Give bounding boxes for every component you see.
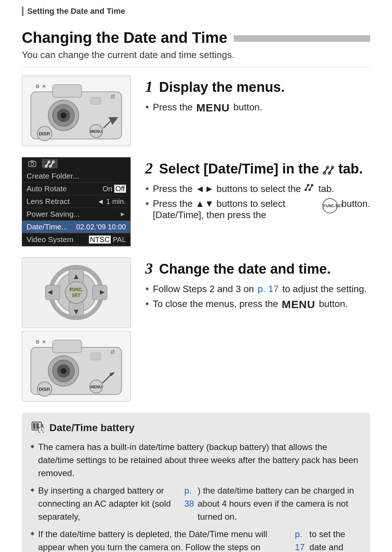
step-2-bullets: Press the ◄► buttons to select the t (145, 183, 370, 221)
note-bullet-3: If the date/time battery is depleted, th… (30, 528, 362, 552)
step-3-images: ▲ ▼ ◄ ► FUNC. SET (22, 257, 134, 402)
link-p38: p. 38 (184, 484, 194, 510)
note-bullet-2: By inserting a charged battery or connec… (30, 484, 362, 523)
step-2-number: 2 (145, 160, 153, 177)
menu-screenshot: Create Folder... Auto Rotate On Off Lens… (22, 157, 131, 246)
svg-text:◄: ◄ (46, 287, 54, 297)
svg-text:☀: ☀ (42, 83, 46, 89)
wrench-icon-inline-1 (305, 183, 315, 191)
step-3-row: ▲ ▼ ◄ ► FUNC. SET (22, 257, 370, 402)
svg-text:MENU: MENU (90, 129, 102, 134)
battery-svg-icon (30, 419, 44, 433)
menu-tab-camera (25, 159, 40, 168)
dpad-illustration: ▲ ▼ ◄ ► FUNC. SET (22, 257, 131, 328)
camera-svg-1: DISP. MENU ⚙ ☀ Ø (24, 77, 129, 144)
svg-point-48 (71, 288, 82, 297)
step-3-heading: Change the date and time. (159, 261, 331, 277)
link-p17-1: p. 17 (258, 283, 279, 295)
link-p17-2: p. 17 (295, 528, 306, 552)
step-2-heading-block: 2 Select [Date/Time] in the (145, 161, 370, 177)
step-3-number: 3 (145, 260, 153, 277)
camera-illustration-1: DISP. MENU ⚙ ☀ Ø (22, 75, 131, 146)
step-3-text: 3 Change the date and time. Follow Steps… (145, 257, 370, 314)
svg-text:►: ► (98, 287, 106, 297)
svg-text:DISP.: DISP. (39, 387, 50, 392)
menu-tab-settings (42, 159, 58, 168)
svg-line-17 (46, 162, 49, 166)
main-content: Changing the Date and Time You can chang… (0, 18, 392, 552)
step-1-number: 1 (145, 78, 153, 95)
wrench-tab-icon (45, 160, 55, 168)
menu-row-create-folder: Create Folder... (22, 170, 130, 183)
page-subtitle: You can change the current date and time… (22, 49, 370, 68)
svg-rect-66 (33, 423, 36, 429)
svg-text:DISP.: DISP. (39, 131, 50, 136)
battery-icon (30, 419, 44, 436)
svg-text:☀: ☀ (42, 339, 46, 345)
step-1-bullet-1: Press the MENU button. (145, 102, 370, 114)
step-2-images: Create Folder... Auto Rotate On Off Lens… (22, 157, 134, 246)
step-2-text: 2 Select [Date/Time] in the (145, 157, 370, 224)
step-1-text: 1 Display the menus. Press the MENU butt… (145, 75, 370, 118)
svg-text:MENU: MENU (90, 385, 102, 389)
func-set-button: FUNC.SET (322, 198, 338, 213)
step-2-heading: Select [Date/Time] in the tab. (159, 161, 363, 176)
menu-row-datetime: Date/Time... 02.02.'09 10:00 (22, 221, 130, 233)
menu-label-2: MENU (282, 298, 315, 311)
top-bar-text: Setting the Date and Time (27, 7, 125, 16)
svg-rect-50 (53, 340, 82, 353)
svg-point-5 (61, 113, 66, 118)
step-1-heading-block: 1 Display the menus. (145, 79, 370, 95)
note-bullet-1: The camera has a built-in date/time batt… (30, 441, 362, 480)
svg-text:▼: ▼ (72, 307, 80, 316)
menu-row-auto-rotate: Auto Rotate On Off (22, 183, 130, 195)
svg-point-54 (61, 368, 66, 374)
menu-row-video-system: Video System NTSC PAL (22, 233, 130, 246)
menu-label-1: MENU (196, 102, 230, 114)
note-bullets: The camera has a built-in date/time batt… (30, 441, 362, 552)
step-3-bullets: Follow Steps 2 and 3 on p. 17 to adjust … (145, 283, 370, 311)
svg-rect-6 (91, 97, 101, 105)
note-header: Date/Time battery (30, 419, 362, 436)
svg-text:Ø: Ø (111, 349, 115, 355)
svg-rect-55 (91, 353, 101, 360)
step-1-bullets: Press the MENU button. (145, 102, 370, 114)
step-2-bullet-2: Press the ▲▼ buttons to select [Date/Tim… (145, 198, 370, 221)
step-3-bullet-2: To close the menus, press the MENU butto… (145, 298, 370, 311)
camera-tab-icon (28, 160, 37, 168)
camera-illustration-2: DISP. MENU ⚙ ☀ Ø (22, 331, 131, 402)
svg-text:▲: ▲ (72, 272, 80, 281)
svg-rect-14 (29, 161, 36, 167)
step-1-heading: Display the menus. (159, 79, 285, 95)
note-title: Date/Time battery (49, 422, 134, 434)
svg-line-20 (50, 162, 53, 166)
wrench-icon-heading (323, 165, 334, 175)
step-3-bullet-1: Follow Steps 2 and 3 on p. 17 to adjust … (145, 283, 370, 295)
page-title: Changing the Date and Time (22, 29, 370, 46)
menu-tabs (22, 158, 130, 170)
menu-row-lens-retract: Lens Retract ◄ 1 min. (22, 195, 130, 208)
step-2-bullet-1: Press the ◄► buttons to select the t (145, 183, 370, 195)
svg-text:⚙: ⚙ (35, 339, 40, 345)
svg-text:⚙: ⚙ (35, 83, 40, 89)
dpad-svg: ▲ ▼ ◄ ► FUNC. SET (25, 259, 127, 326)
camera-svg-2: DISP. MENU ⚙ ☀ Ø (24, 333, 129, 400)
step-2-row: Create Folder... Auto Rotate On Off Lens… (22, 157, 370, 246)
svg-rect-1 (53, 85, 82, 97)
step-3-heading-block: 3 Change the date and time. (145, 261, 370, 277)
step-1-row: DISP. MENU ⚙ ☀ Ø (22, 75, 370, 146)
step-1-images: DISP. MENU ⚙ ☀ Ø (22, 75, 134, 146)
top-bar: Setting the Date and Time (0, 0, 392, 18)
note-box: Date/Time battery The camera has a built… (22, 413, 370, 552)
svg-text:Ø: Ø (111, 94, 115, 99)
svg-point-15 (31, 163, 34, 165)
menu-row-power-saving: Power Saving... ► (22, 208, 130, 221)
